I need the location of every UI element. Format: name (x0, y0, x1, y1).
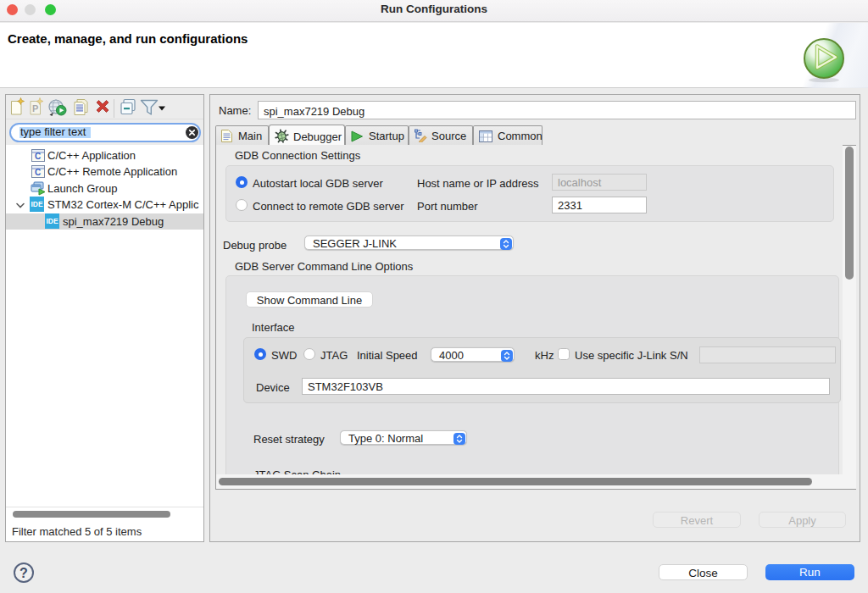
svg-text:C: C (35, 152, 41, 161)
svg-text:P: P (32, 103, 38, 114)
svg-text:C: C (35, 168, 41, 177)
